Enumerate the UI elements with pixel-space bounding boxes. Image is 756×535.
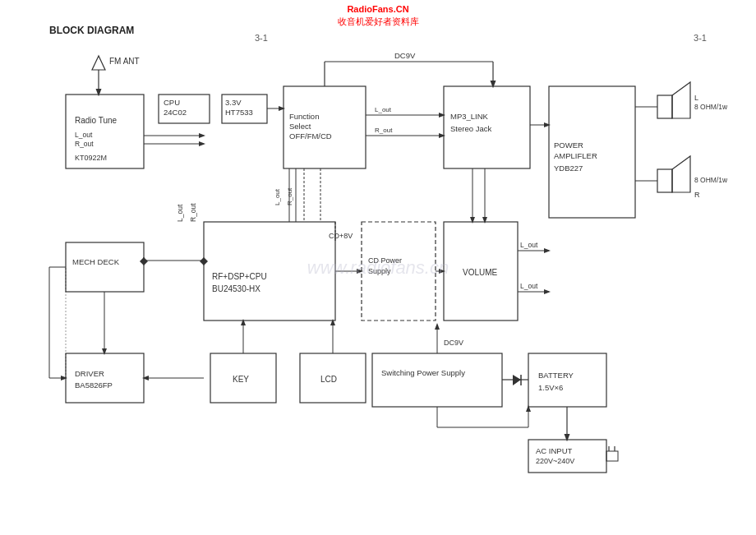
svg-text:LCD: LCD	[320, 375, 337, 384]
svg-text:RF+DSP+CPU: RF+DSP+CPU	[212, 272, 267, 281]
svg-text:R_out: R_out	[375, 127, 393, 134]
svg-text:L_out: L_out	[520, 241, 538, 249]
svg-text:3.3V: 3.3V	[225, 98, 242, 107]
page: RadioFans.CN 收音机爱好者资料库 BLOCK DIAGRAM 3-1…	[0, 0, 756, 535]
svg-rect-95	[528, 440, 606, 473]
svg-text:220V~240V: 220V~240V	[536, 457, 574, 465]
svg-rect-89	[528, 353, 606, 407]
svg-text:OFF/FM/CD: OFF/FM/CD	[289, 131, 332, 141]
svg-marker-0	[92, 56, 105, 70]
svg-text:Radio Tune: Radio Tune	[75, 116, 118, 125]
svg-text:MECH DECK: MECH DECK	[72, 257, 120, 266]
svg-text:Switching Power Supply: Switching Power Supply	[381, 368, 465, 377]
svg-text:CPU: CPU	[164, 98, 180, 107]
svg-marker-45	[672, 156, 690, 192]
svg-text:L_out: L_out	[75, 131, 93, 139]
svg-text:VOLUME: VOLUME	[463, 268, 498, 277]
svg-rect-74	[66, 353, 144, 403]
svg-text:L_out: L_out	[520, 282, 538, 290]
svg-text:MP3_LINK: MP3_LINK	[450, 112, 489, 121]
svg-text:CD+8V: CD+8V	[329, 232, 353, 240]
svg-rect-44	[657, 169, 672, 192]
svg-text:8 OHM/1w: 8 OHM/1w	[694, 176, 728, 184]
svg-rect-48	[66, 242, 144, 292]
svg-text:KT0922M: KT0922M	[75, 154, 107, 162]
svg-rect-39	[657, 95, 672, 118]
svg-text:L_out: L_out	[176, 204, 184, 222]
svg-text:L_out: L_out	[274, 188, 281, 205]
svg-text:POWER: POWER	[554, 141, 583, 150]
svg-text:YDB227: YDB227	[554, 164, 583, 173]
svg-marker-93	[513, 375, 521, 385]
svg-text:1.5V×6: 1.5V×6	[538, 383, 563, 392]
svg-text:L_out: L_out	[375, 106, 392, 113]
svg-text:FM ANT: FM ANT	[109, 57, 140, 66]
svg-text:CD Power: CD Power	[368, 256, 402, 265]
svg-text:HT7533: HT7533	[225, 108, 253, 117]
svg-rect-54	[204, 222, 335, 321]
svg-text:R_out: R_out	[189, 203, 197, 222]
svg-text:Stereo Jack: Stereo Jack	[450, 124, 491, 133]
svg-text:Function: Function	[289, 112, 319, 121]
svg-text:BU24530-HX: BU24530-HX	[212, 284, 260, 293]
svg-text:24C02: 24C02	[164, 108, 187, 117]
svg-text:DC9V: DC9V	[394, 51, 416, 60]
svg-text:Supply: Supply	[368, 267, 391, 275]
svg-text:AC INPUT: AC INPUT	[536, 446, 573, 455]
svg-marker-40	[672, 82, 690, 118]
svg-rect-98	[606, 451, 618, 461]
svg-rect-85	[372, 353, 502, 407]
svg-text:R_out: R_out	[286, 187, 293, 205]
svg-text:Select: Select	[289, 122, 311, 131]
svg-text:L: L	[694, 94, 698, 102]
svg-text:DRIVER: DRIVER	[75, 369, 104, 378]
svg-text:BA5826FP: BA5826FP	[75, 380, 113, 390]
svg-text:AMPLIFLER: AMPLIFLER	[554, 151, 597, 160]
svg-text:KEY: KEY	[233, 375, 249, 384]
block-diagram-svg: FM ANT Radio Tune KT0922M L_out R_out CP…	[0, 0, 756, 535]
svg-text:R_out: R_out	[75, 140, 94, 148]
svg-text:BATTERY: BATTERY	[538, 371, 574, 380]
svg-text:R: R	[694, 191, 700, 199]
svg-marker-52	[140, 257, 148, 265]
svg-text:8 OHM/1w: 8 OHM/1w	[694, 103, 728, 111]
svg-text:DC9V: DC9V	[444, 339, 463, 347]
